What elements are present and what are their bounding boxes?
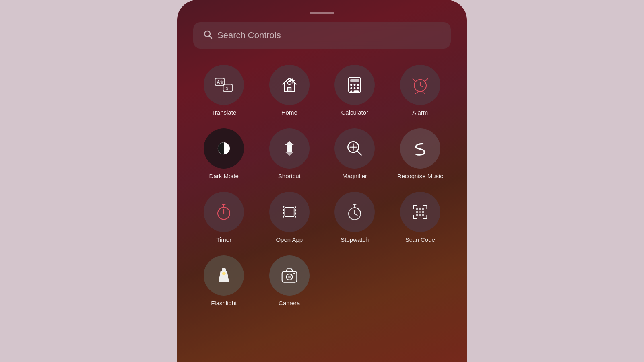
shortcut-item[interactable]: Shortcut [259, 124, 320, 184]
drag-handle [310, 12, 334, 14]
svg-text:A: A [217, 80, 220, 84]
recognise-music-item[interactable]: Recognise Music [390, 124, 451, 184]
svg-text:文: 文 [220, 80, 224, 84]
svg-rect-18 [354, 90, 359, 93]
calculator-item[interactable]: Calculator [324, 61, 386, 120]
svg-point-7 [288, 81, 291, 84]
recognise-music-label: Recognise Music [397, 173, 443, 180]
timer-item[interactable]: Timer [193, 188, 255, 247]
svg-rect-41 [422, 214, 424, 216]
translate-item[interactable]: A 文 文 Translate [193, 61, 255, 120]
home-item[interactable]: Home [259, 61, 320, 120]
timer-label: Timer [216, 236, 231, 243]
svg-rect-10 [350, 79, 359, 82]
svg-point-44 [222, 272, 226, 275]
svg-marker-23 [285, 145, 294, 156]
timer-icon-circle [204, 192, 244, 232]
stopwatch-item[interactable]: Stopwatch [324, 188, 386, 247]
calculator-icon-circle [334, 65, 375, 105]
home-label: Home [281, 109, 297, 116]
flashlight-item[interactable]: Flashlight [193, 251, 255, 311]
stopwatch-label: Stopwatch [341, 236, 369, 243]
dark-mode-item[interactable]: Dark Mode [193, 124, 255, 184]
dark-mode-label: Dark Mode [209, 173, 239, 180]
svg-rect-42 [419, 211, 421, 213]
scan-code-label: Scan Code [405, 236, 435, 243]
svg-line-25 [357, 151, 361, 155]
flashlight-label: Flashlight [211, 300, 237, 307]
calculator-label: Calculator [341, 109, 368, 116]
controls-grid: A 文 文 Translate [193, 61, 451, 311]
svg-point-15 [354, 87, 356, 89]
alarm-item[interactable]: Alarm [390, 61, 451, 120]
open-app-icon-circle [269, 192, 310, 232]
search-icon [203, 29, 213, 41]
magnifier-icon-circle [334, 128, 375, 169]
svg-point-48 [293, 273, 295, 274]
phone-container: Search Controls A 文 文 Translate [177, 0, 467, 362]
svg-rect-38 [422, 211, 424, 213]
translate-label: Translate [211, 109, 236, 116]
shortcut-icon-circle [269, 128, 310, 169]
stopwatch-icon-circle [334, 192, 375, 232]
svg-point-11 [350, 84, 352, 86]
camera-label: Camera [279, 300, 300, 307]
svg-point-17 [350, 90, 352, 93]
svg-rect-34 [416, 208, 418, 210]
svg-rect-40 [419, 214, 421, 216]
svg-rect-37 [416, 211, 418, 213]
shortcut-label: Shortcut [278, 173, 301, 180]
translate-icon-circle: A 文 文 [204, 65, 244, 105]
scan-code-icon-circle [400, 192, 440, 232]
svg-rect-35 [419, 208, 421, 210]
camera-item[interactable]: Camera [259, 251, 320, 311]
search-bar[interactable]: Search Controls [193, 22, 451, 49]
alarm-label: Alarm [412, 109, 428, 116]
scan-code-item[interactable]: Scan Code [390, 188, 451, 247]
svg-point-12 [354, 84, 356, 86]
svg-point-13 [357, 84, 359, 86]
svg-rect-39 [416, 214, 418, 216]
home-icon-circle [269, 65, 310, 105]
svg-point-47 [288, 276, 291, 278]
svg-rect-36 [422, 208, 424, 210]
magnifier-label: Magnifier [342, 173, 367, 180]
alarm-icon-circle [400, 65, 440, 105]
svg-text:文: 文 [225, 86, 229, 90]
recognise-music-icon-circle [400, 128, 440, 169]
flashlight-icon-circle [204, 255, 244, 296]
svg-point-28 [352, 146, 354, 148]
camera-icon-circle [269, 255, 310, 296]
svg-point-16 [357, 87, 359, 89]
svg-rect-31 [285, 207, 294, 216]
svg-line-1 [210, 36, 212, 39]
open-app-label: Open App [276, 236, 303, 243]
dark-mode-icon-circle [204, 128, 244, 169]
svg-point-33 [354, 213, 355, 214]
magnifier-item[interactable]: Magnifier [324, 124, 386, 184]
open-app-item[interactable]: Open App [259, 188, 320, 247]
svg-point-14 [350, 87, 352, 89]
search-placeholder: Search Controls [217, 30, 281, 41]
svg-rect-43 [222, 268, 226, 272]
